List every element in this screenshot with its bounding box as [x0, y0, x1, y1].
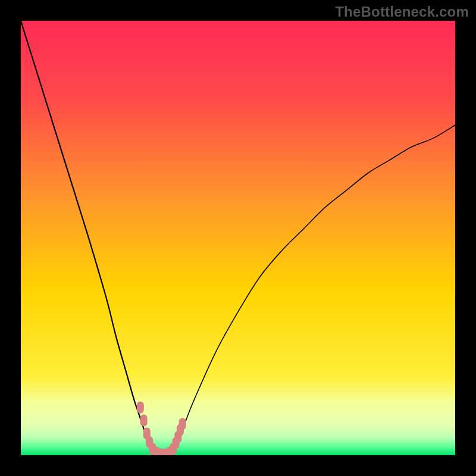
watermark-text: TheBottleneck.com: [335, 4, 469, 20]
gradient-background: [21, 21, 455, 455]
marker-dot: [179, 418, 186, 430]
marker-dot: [137, 402, 144, 414]
chart-frame: TheBottleneck.com: [0, 0, 476, 476]
marker-dot: [140, 415, 148, 427]
chart-svg: [21, 21, 455, 455]
plot-area: [21, 21, 455, 455]
